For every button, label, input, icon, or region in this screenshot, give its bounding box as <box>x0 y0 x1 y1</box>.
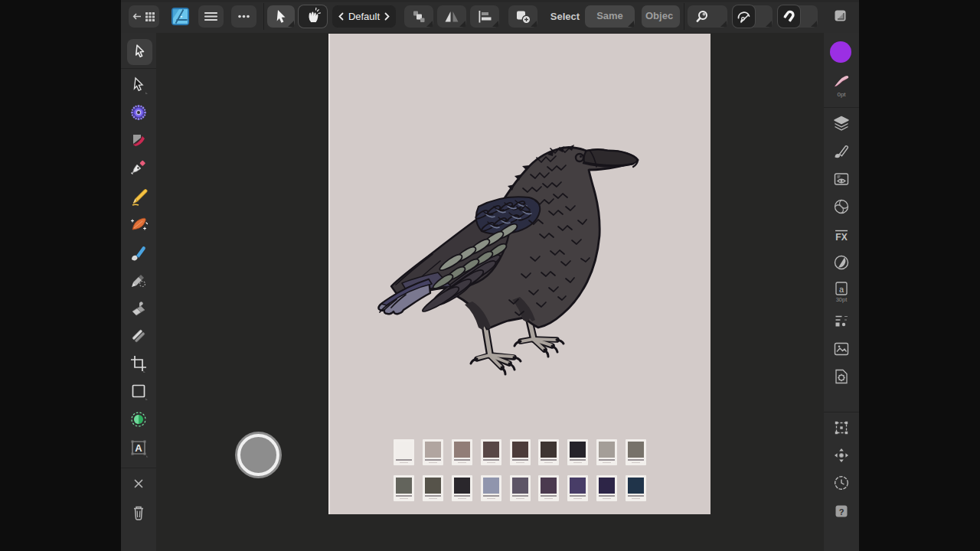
svg-text:a: a <box>839 285 844 294</box>
svg-text:A: A <box>135 442 142 454</box>
svg-text:Default: Default <box>348 11 381 22</box>
svg-text:FX: FX <box>835 232 847 243</box>
svg-text:?: ? <box>839 507 844 517</box>
